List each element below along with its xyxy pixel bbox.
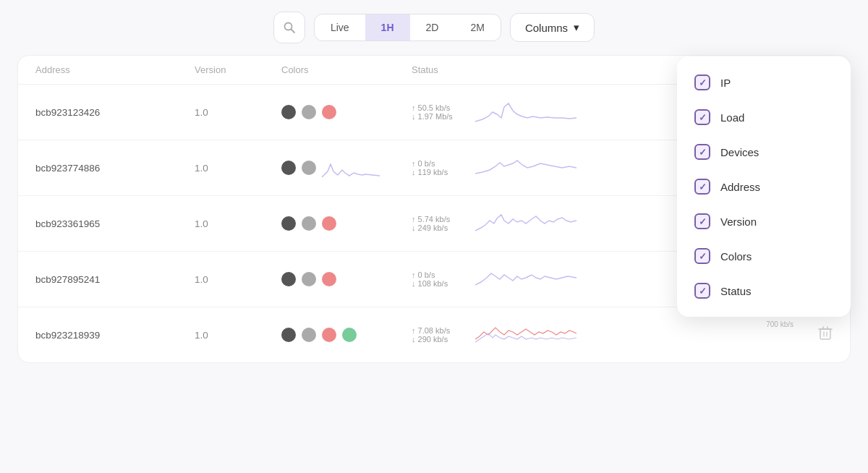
checkmark-icon: ✓ (699, 147, 707, 158)
color-dot-red (322, 328, 336, 342)
status-down: ↓ 1.97 Mb/s (412, 112, 469, 121)
color-dot-gray (302, 216, 316, 231)
dropdown-label-ip: IP (720, 77, 731, 89)
time-live-button[interactable]: Live (315, 14, 365, 41)
sparkline-svg (475, 319, 576, 348)
color-dot-gray (302, 328, 316, 342)
dropdown-label-version: Version (720, 216, 757, 228)
dropdown-label-address: Address (720, 181, 760, 193)
checkbox-ip[interactable]: ✓ (694, 74, 710, 90)
checkbox-devices[interactable]: ✓ (694, 144, 710, 160)
cell-address: bcb923361965 (35, 218, 195, 229)
checkmark-icon: ✓ (699, 112, 707, 123)
toolbar: Live 1H 2D 2M Columns ▾ (0, 0, 868, 55)
checkmark-icon: ✓ (699, 251, 707, 262)
color-dot-dark (281, 272, 296, 286)
checkbox-colors[interactable]: ✓ (694, 248, 710, 264)
dropdown-item-colors[interactable]: ✓ Colors (677, 239, 851, 273)
sparkline-svg (475, 208, 576, 236)
status-up: ↑ 5.74 kb/s (412, 215, 469, 223)
status-down: ↓ 249 kb/s (412, 223, 469, 232)
time-filter-group: Live 1H 2D 2M (314, 14, 501, 41)
cell-version: 1.0 (195, 274, 281, 285)
checkmark-icon: ✓ (699, 286, 707, 297)
search-button[interactable] (273, 12, 305, 43)
columns-button[interactable]: Columns ▾ (510, 13, 595, 42)
dropdown-label-load: Load (720, 111, 744, 124)
chevron-down-icon: ▾ (574, 21, 579, 34)
sparkline-peak: 700 kb/s (766, 320, 793, 328)
cell-version: 1.0 (195, 218, 281, 229)
header-colors: Colors (281, 64, 412, 75)
time-2d-button[interactable]: 2D (410, 14, 455, 41)
status-up: ↑ 50.5 kb/s (412, 103, 469, 112)
cell-colors (281, 216, 412, 231)
dropdown-item-status[interactable]: ✓ Status (677, 273, 851, 308)
checkbox-version[interactable]: ✓ (694, 213, 710, 229)
checkmark-icon: ✓ (699, 216, 707, 227)
color-dot-dark (281, 161, 296, 175)
color-dot-red (322, 105, 336, 119)
sparkline-svg (475, 152, 576, 181)
status-down: ↓ 119 kb/s (412, 168, 469, 176)
status-text: ↑ 0 b/s ↓ 119 kb/s (412, 159, 469, 176)
cell-version: 1.0 (195, 107, 281, 118)
status-text: ↑ 7.08 kb/s ↓ 290 kb/s (412, 326, 469, 344)
color-dot-red (322, 216, 336, 231)
sparkline-svg (475, 263, 576, 292)
status-text: ↑ 5.74 kb/s ↓ 249 kb/s (412, 215, 469, 232)
delete-button[interactable] (818, 325, 833, 345)
header-address: Address (35, 64, 195, 75)
status-up: ↑ 0 b/s (412, 159, 469, 168)
svg-rect-8 (820, 329, 830, 339)
checkbox-status[interactable]: ✓ (694, 283, 710, 299)
cell-colors (281, 157, 412, 179)
status-text: ↑ 0 b/s ↓ 108 kb/s (412, 270, 469, 288)
dropdown-item-load[interactable]: ✓ Load (677, 100, 851, 135)
trash-icon (818, 325, 833, 341)
color-dot-gray (302, 272, 316, 286)
columns-label: Columns (525, 22, 568, 34)
cell-address: bcb923218939 (35, 330, 195, 341)
color-dot-gray (302, 105, 316, 119)
checkmark-icon: ✓ (699, 77, 707, 88)
dropdown-item-ip[interactable]: ✓ IP (677, 65, 851, 100)
cell-action[interactable] (796, 325, 833, 345)
status-up: ↑ 7.08 kb/s (412, 326, 469, 335)
dropdown-item-version[interactable]: ✓ Version (677, 204, 851, 239)
mini-sparkline-colors (322, 157, 380, 179)
color-dot-gray (302, 161, 316, 175)
svg-line-1 (291, 30, 294, 33)
cell-colors (281, 328, 412, 342)
cell-address: bcb927895241 (35, 274, 195, 285)
dropdown-label-colors: Colors (720, 250, 752, 263)
color-dot-dark (281, 216, 296, 231)
checkbox-load[interactable]: ✓ (694, 109, 710, 125)
checkbox-address[interactable]: ✓ (694, 179, 710, 195)
checkmark-icon: ✓ (699, 182, 707, 192)
cell-address: bcb923774886 (35, 163, 195, 174)
status-up: ↑ 0 b/s (412, 270, 469, 279)
cell-version: 1.0 (195, 330, 281, 341)
header-version: Version (195, 64, 281, 75)
color-dot-green (342, 328, 357, 342)
dropdown-item-address[interactable]: ✓ Address (677, 169, 851, 204)
sparkline: 700 kb/s (475, 319, 796, 351)
search-icon (283, 21, 296, 34)
status-down: ↓ 108 kb/s (412, 279, 469, 288)
color-dot-red (322, 272, 336, 286)
columns-dropdown: ✓ IP ✓ Load ✓ Devices ✓ Address ✓ V (677, 56, 851, 317)
status-text: ↑ 50.5 kb/s ↓ 1.97 Mb/s (412, 103, 469, 121)
sparkline-svg (475, 96, 576, 125)
time-2m-button[interactable]: 2M (454, 14, 500, 41)
cell-version: 1.0 (195, 163, 281, 174)
color-dot-dark (281, 328, 296, 342)
dropdown-label-devices: Devices (720, 146, 759, 158)
cell-colors (281, 105, 412, 119)
status-down: ↓ 290 kb/s (412, 335, 469, 344)
cell-colors (281, 272, 412, 286)
color-dot-dark (281, 105, 296, 119)
dropdown-item-devices[interactable]: ✓ Devices (677, 135, 851, 169)
time-1h-button[interactable]: 1H (365, 14, 410, 41)
cell-status: ↑ 7.08 kb/s ↓ 290 kb/s 700 kb/s (412, 319, 796, 351)
